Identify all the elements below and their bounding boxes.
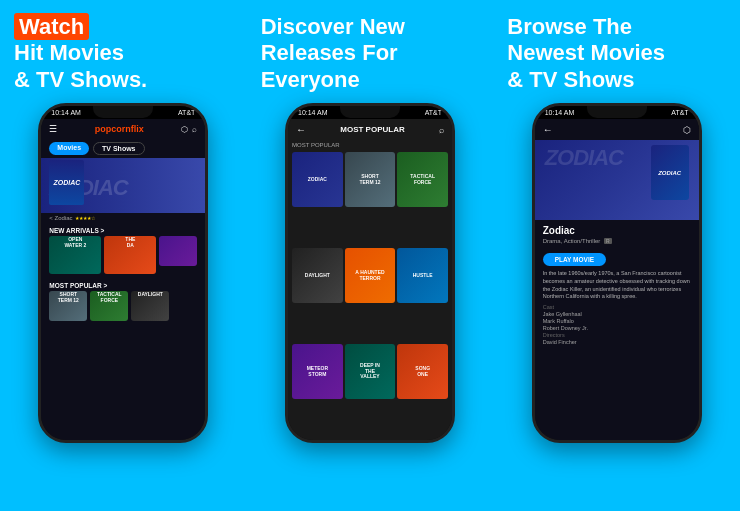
panel1-title: Watch Hit Movies& TV Shows. — [14, 14, 233, 93]
s3-description: In the late 1960s/early 1970s, a San Fra… — [543, 270, 691, 301]
phone-frame-2: 10:14 AM AT&T ← MOST POPULAR ⌕ MOST POPU… — [285, 103, 455, 443]
panel3-title: Browse TheNewest Movies& TV Shows — [507, 14, 726, 93]
tab-bar-1: Movies TV Shows — [41, 139, 205, 158]
phone-notch-1 — [93, 106, 153, 118]
tab-tvshows[interactable]: TV Shows — [93, 142, 144, 155]
phone-screen-1: 10:14 AM AT&T ☰ popcornflix ⬡ ⌕ Movies T… — [41, 106, 205, 440]
rating-badge: R — [604, 238, 612, 244]
s2-section-label: MOST POPULAR — [288, 140, 452, 150]
watch-highlight: Watch — [14, 13, 89, 40]
phone-frame-3: 10:14 AM AT&T ← ⬡ ZODIAC ZODIAC Zodiac D… — [532, 103, 702, 443]
s2-header: ← MOST POPULAR ⌕ — [288, 119, 452, 140]
section-most-popular: MOST POPULAR > — [41, 278, 205, 291]
carrier-1: AT&T — [178, 109, 195, 116]
movie-thumb-tactical[interactable]: TACTICALFORCE — [90, 291, 128, 321]
s3-poster: ZODIAC — [651, 145, 689, 200]
panel2-header: Discover NewReleases ForEveryone — [257, 14, 484, 93]
s3-genre: Drama, Action/Thriller R — [543, 238, 691, 244]
panel-browse: Browse TheNewest Movies& TV Shows 10:14 … — [493, 0, 740, 511]
back-arrow-3[interactable]: ← — [543, 124, 553, 135]
panel2-title: Discover NewReleases ForEveryone — [261, 14, 480, 93]
directors-label: Directors — [543, 332, 691, 338]
phone-screen-2: 10:14 AM AT&T ← MOST POPULAR ⌕ MOST POPU… — [288, 106, 452, 440]
s3-movie-title: Zodiac — [543, 225, 691, 236]
phone-frame-1: 10:14 AM AT&T ☰ popcornflix ⬡ ⌕ Movies T… — [38, 103, 208, 443]
grid-item-zodiac[interactable]: ZODIAC — [292, 152, 343, 207]
stars-1: ★★★★☆ — [75, 215, 95, 221]
cast-icon-3[interactable]: ⬡ — [683, 125, 691, 135]
play-movie-button[interactable]: PLAY MOVIE — [543, 253, 606, 266]
carrier-3: AT&T — [671, 109, 688, 116]
grid-item-song[interactable]: SONGONE — [397, 344, 448, 399]
s2-title: MOST POPULAR — [306, 125, 439, 134]
time-1: 10:14 AM — [51, 109, 81, 116]
new-arrivals-row: OPENWATER 2 THEDA — [41, 236, 205, 274]
panel3-header: Browse TheNewest Movies& TV Shows — [503, 14, 730, 93]
movie-thumb-generic1[interactable] — [159, 236, 197, 266]
s2-grid: ZODIAC SHORTTERM 12 TACTICALFORCE DAYLIG… — [288, 150, 452, 440]
grid-item-shortterm[interactable]: SHORTTERM 12 — [345, 152, 396, 207]
grid-item-meteor[interactable]: METEORSTORM — [292, 344, 343, 399]
movie-thumb-da[interactable]: THEDA — [104, 236, 156, 274]
hero-banner-1: ZODIAC ZODIAC — [41, 158, 205, 213]
panel-discover: Discover NewReleases ForEveryone 10:14 A… — [247, 0, 494, 511]
grid-item-daylight[interactable]: DAYLIGHT — [292, 248, 343, 303]
menu-icon[interactable]: ☰ — [49, 124, 57, 134]
movie-thumb-short-term[interactable]: SHORTTERM 12 — [49, 291, 87, 321]
grid-item-haunted[interactable]: A HAUNTEDTERROR — [345, 248, 396, 303]
s3-top-image: ZODIAC ZODIAC — [535, 140, 699, 220]
director-name: David Fincher — [543, 339, 691, 345]
panel1-header: Watch Hit Movies& TV Shows. — [10, 14, 237, 93]
cast-label: Cast — [543, 304, 691, 310]
time-2: 10:14 AM — [298, 109, 328, 116]
search-icon[interactable]: ⌕ — [192, 125, 197, 134]
movie-thumb-open-water[interactable]: OPENWATER 2 — [49, 236, 101, 274]
logo-text: popcornflix — [95, 124, 144, 134]
section-new-arrivals: NEW ARRIVALS > — [41, 223, 205, 236]
s3-info: Zodiac Drama, Action/Thriller R PLAY MOV… — [535, 220, 699, 440]
movie-thumb-daylight[interactable]: DAYLIGHT — [131, 291, 169, 321]
cast-jake: Jake Gyllenhaal — [543, 311, 691, 317]
grid-item-deep[interactable]: DEEP INTHEVALLEY — [345, 344, 396, 399]
grid-item-tactical[interactable]: TACTICALFORCE — [397, 152, 448, 207]
app-header-1: ☰ popcornflix ⬡ ⌕ — [41, 119, 205, 139]
app-logo-1: popcornflix — [95, 124, 144, 134]
tab-movies[interactable]: Movies — [49, 142, 89, 155]
cast-robert: Robert Downey Jr. — [543, 325, 691, 331]
phone-notch-3 — [587, 106, 647, 118]
cast-icon[interactable]: ⬡ — [181, 125, 188, 134]
carrier-2: AT&T — [425, 109, 442, 116]
phone-screen-3: 10:14 AM AT&T ← ⬡ ZODIAC ZODIAC Zodiac D… — [535, 106, 699, 440]
time-3: 10:14 AM — [545, 109, 575, 116]
header-icons-1: ⬡ ⌕ — [181, 125, 197, 134]
back-arrow-2[interactable]: ← — [296, 124, 306, 135]
grid-item-hustle[interactable]: HUSTLE — [397, 248, 448, 303]
panel-watch: Watch Hit Movies& TV Shows. 10:14 AM AT&… — [0, 0, 247, 511]
breadcrumb-1: < Zodiac ★★★★☆ — [41, 213, 205, 223]
search-icon-2[interactable]: ⌕ — [439, 125, 444, 135]
s3-header: ← ⬡ — [535, 119, 699, 140]
cast-mark: Mark Ruffalo — [543, 318, 691, 324]
most-popular-row: SHORTTERM 12 TACTICALFORCE DAYLIGHT — [41, 291, 205, 321]
phone-notch-2 — [340, 106, 400, 118]
